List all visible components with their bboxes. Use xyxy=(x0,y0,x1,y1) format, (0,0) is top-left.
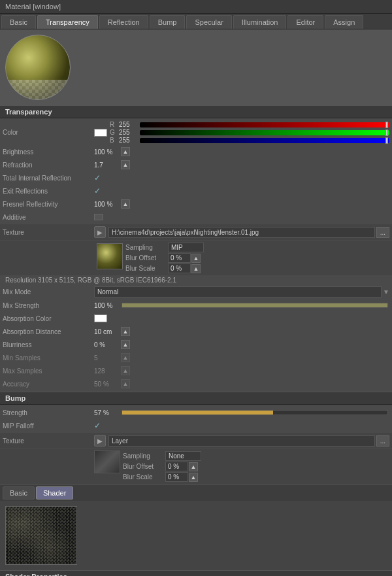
sub-tabs-bar: Basic Shader xyxy=(0,485,392,501)
tab-assign[interactable]: Assign xyxy=(325,15,363,29)
max-samples-row: Max Samples 128 ▲ xyxy=(0,364,392,377)
tab-transparency[interactable]: Transparency xyxy=(37,15,98,29)
min-samples-value: 5 xyxy=(94,354,120,362)
bump-strength-label: Strength xyxy=(3,409,94,416)
texture-play-btn[interactable]: ▶ xyxy=(94,226,106,238)
mix-strength-value: 100 % xyxy=(94,302,120,309)
mix-strength-fill xyxy=(122,303,387,307)
texture-detail-fields: Sampling MIP Blur Offset ▲ Blur Scale ▲ xyxy=(125,242,389,274)
tab-editor[interactable]: Editor xyxy=(287,15,323,29)
tabs-bar: Basic Transparency Reflection Bump Specu… xyxy=(0,14,392,29)
mix-mode-dropdown[interactable]: Normal xyxy=(94,286,382,297)
preview-area xyxy=(0,29,392,105)
max-samples-label: Max Samples xyxy=(3,367,94,375)
green-slider[interactable] xyxy=(140,130,389,135)
red-slider[interactable] xyxy=(140,122,389,127)
fresnel-row: Fresnel Reflectivity 100 % ▲ xyxy=(0,197,392,211)
tab-basic[interactable]: Basic xyxy=(1,15,36,29)
mip-falloff-row: MIP Falloff ✓ xyxy=(0,419,392,432)
tab-reflection[interactable]: Reflection xyxy=(99,15,148,29)
tab-bump[interactable]: Bump xyxy=(150,15,186,29)
blur-scale-spinner[interactable]: ▲ xyxy=(191,264,201,273)
accuracy-row: Accuracy 50 % ▲ xyxy=(0,377,392,390)
green-channel-row: G 255 xyxy=(110,129,389,136)
total-internal-checkbox[interactable]: ✓ xyxy=(94,173,101,182)
bump-blur-offset-spinner[interactable]: ▲ xyxy=(189,462,198,471)
exit-reflections-checkbox[interactable]: ✓ xyxy=(94,186,101,195)
resolution-text: Resolution 3105 x 5115, RGB @ 8Bit, sRGB… xyxy=(0,275,392,285)
min-samples-row: Min Samples 5 ▲ xyxy=(0,351,392,364)
absorption-distance-spinner[interactable]: ▲ xyxy=(121,327,130,336)
accuracy-label: Accuracy xyxy=(3,381,94,388)
exit-reflections-label: Exit Reflections xyxy=(3,188,94,195)
exit-reflections-row: Exit Reflections ✓ xyxy=(0,184,392,197)
bump-texture-detail-fields: Sampling None Blur Offset ▲ Blur Scale ▲ xyxy=(123,450,389,483)
blue-channel-row: B 255 xyxy=(110,137,389,144)
blur-scale-row: Blur Scale ▲ xyxy=(125,263,389,273)
bump-sampling-row: Sampling None xyxy=(123,451,389,461)
blue-slider[interactable] xyxy=(140,138,389,143)
refraction-label: Refraction xyxy=(3,161,94,169)
blurriness-spinner[interactable]: ▲ xyxy=(121,340,130,349)
additive-label: Additive xyxy=(3,214,94,221)
texture-browse-btn[interactable]: ... xyxy=(376,227,389,238)
brightness-spinner-up[interactable]: ▲ xyxy=(121,147,130,156)
mix-mode-row: Mix Mode Normal ▼ xyxy=(0,285,392,299)
texture-thumbnail xyxy=(97,243,123,269)
bump-texture-detail-area: Sampling None Blur Offset ▲ Blur Scale ▲ xyxy=(0,449,392,484)
blurriness-label: Blurriness xyxy=(3,341,94,348)
texture-path-display: H:\cinema4d\projects\jaja\pxl\lighting\f… xyxy=(108,227,375,238)
transparency-props: Color R 255 G 255 B 255 xyxy=(0,118,392,392)
title-bar: Material [window] xyxy=(0,0,392,14)
sub-tab-basic[interactable]: Basic xyxy=(3,486,35,500)
bump-section-header: Bump xyxy=(0,392,392,405)
accuracy-spinner[interactable]: ▲ xyxy=(121,379,130,388)
texture-row: Texture ▶ H:\cinema4d\projects\jaja\pxl\… xyxy=(0,224,392,240)
blue-slider-thumb xyxy=(385,137,388,144)
blur-offset-row: Blur Offset ▲ xyxy=(125,253,389,263)
window-title: Material [window] xyxy=(5,3,61,10)
absorption-color-label: Absorption Color xyxy=(3,315,94,322)
refraction-spinner-up[interactable]: ▲ xyxy=(121,160,130,169)
absorption-color-swatch[interactable] xyxy=(94,314,107,322)
bump-blur-offset-input[interactable] xyxy=(165,462,188,471)
bump-strength-value: 57 % xyxy=(94,409,120,416)
bump-strength-bar[interactable] xyxy=(122,410,388,415)
fresnel-label: Fresnel Reflectivity xyxy=(3,201,94,208)
texture-label: Texture xyxy=(3,229,94,236)
mix-mode-arrow: ▼ xyxy=(383,288,389,296)
mix-strength-bar[interactable] xyxy=(122,303,388,308)
mip-falloff-checkbox[interactable]: ✓ xyxy=(94,421,101,430)
blur-offset-spinner[interactable]: ▲ xyxy=(191,254,201,263)
color-row: Color R 255 G 255 B 255 xyxy=(0,120,392,145)
min-samples-spinner[interactable]: ▲ xyxy=(121,353,130,362)
sampling-dropdown[interactable]: MIP xyxy=(168,243,204,252)
blur-offset-input[interactable] xyxy=(168,253,191,263)
brightness-row: Brightness 100 % ▲ xyxy=(0,145,392,158)
blur-scale-input[interactable] xyxy=(168,263,191,273)
shader-props-header: Shader Properties xyxy=(0,570,392,576)
shader-preview-image xyxy=(5,506,77,565)
tab-specular[interactable]: Specular xyxy=(186,15,231,29)
additive-checkbox[interactable] xyxy=(94,214,103,220)
texture-detail-area: Sampling MIP Blur Offset ▲ Blur Scale ▲ xyxy=(0,241,392,275)
blurriness-value: 0 % xyxy=(94,341,120,348)
mix-strength-row: Mix Strength 100 % xyxy=(0,299,392,312)
sub-tab-shader[interactable]: Shader xyxy=(36,486,73,500)
brightness-label: Brightness xyxy=(3,148,94,156)
tab-illumination[interactable]: Illumination xyxy=(233,15,287,29)
mix-strength-label: Mix Strength xyxy=(3,302,94,309)
color-swatch[interactable] xyxy=(94,129,107,137)
max-samples-spinner[interactable]: ▲ xyxy=(121,366,130,375)
transparency-section-header: Transparency xyxy=(0,105,392,118)
fresnel-spinner-up[interactable]: ▲ xyxy=(121,199,130,209)
bump-blur-scale-spinner[interactable]: ▲ xyxy=(189,473,198,482)
refraction-value: 1.7 xyxy=(94,161,120,169)
absorption-color-row: Absorption Color xyxy=(0,312,392,325)
bump-sampling-dropdown[interactable]: None xyxy=(165,451,201,461)
bump-blur-scale-input[interactable] xyxy=(165,472,188,482)
bump-texture-play-btn[interactable]: ▶ xyxy=(94,435,106,447)
total-internal-row: Total Internal Reflection ✓ xyxy=(0,171,392,184)
bump-blur-offset-row: Blur Offset ▲ xyxy=(123,462,389,471)
bump-texture-browse-btn[interactable]: ... xyxy=(376,435,389,447)
